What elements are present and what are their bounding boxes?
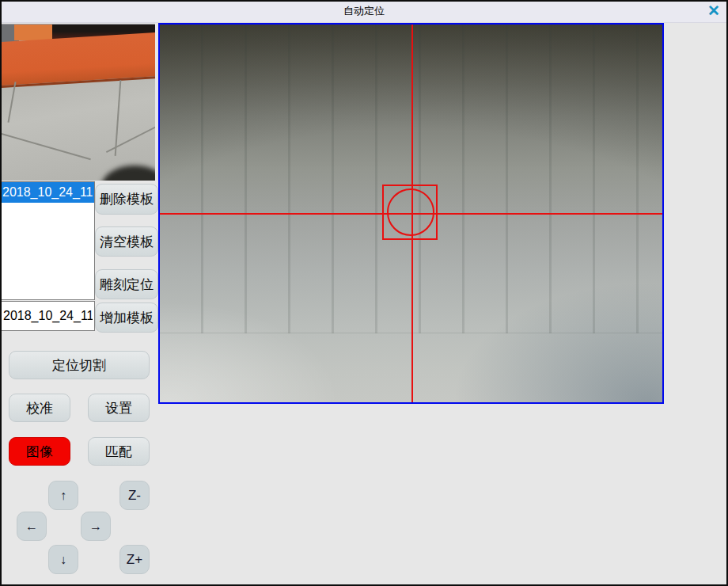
add-template-button[interactable]: 增加模板 bbox=[95, 303, 158, 333]
engrave-position-button[interactable]: 雕刻定位 bbox=[95, 269, 158, 299]
template-list[interactable]: 2018_10_24_11 bbox=[1, 181, 95, 300]
preview-orange-block bbox=[14, 25, 54, 40]
calibrate-button[interactable]: 校准 bbox=[9, 394, 70, 422]
image-button[interactable]: 图像 bbox=[9, 437, 70, 466]
template-preview-image bbox=[2, 24, 155, 181]
title-bar: 自动定位 ✕ bbox=[0, 0, 728, 23]
auto-position-window: 自动定位 ✕ 2018_10_24_11 删除模板 清空模板 雕刻定位 增加模板… bbox=[0, 0, 728, 586]
jog-down-button[interactable]: ↓ bbox=[48, 545, 78, 574]
settings-button[interactable]: 设置 bbox=[88, 394, 150, 422]
template-list-item[interactable]: 2018_10_24_11 bbox=[2, 182, 94, 203]
preview-tile-line bbox=[106, 123, 155, 153]
page-title: 自动定位 bbox=[0, 0, 728, 22]
jog-up-button[interactable]: ↑ bbox=[48, 481, 78, 510]
up-arrow-icon: ↑ bbox=[60, 489, 66, 503]
right-arrow-icon: → bbox=[89, 519, 102, 534]
target-circle-overlay bbox=[387, 188, 434, 236]
preview-tile-line bbox=[8, 82, 17, 123]
delete-template-button[interactable]: 删除模板 bbox=[95, 184, 158, 215]
jog-left-button[interactable]: ← bbox=[17, 512, 47, 541]
jog-z-minus-button[interactable]: Z- bbox=[119, 481, 150, 510]
close-icon[interactable]: ✕ bbox=[704, 2, 723, 21]
camera-viewport bbox=[158, 23, 664, 404]
preview-dark-blob bbox=[101, 166, 155, 181]
preview-tile-line bbox=[2, 131, 91, 160]
jog-right-button[interactable]: → bbox=[81, 512, 111, 541]
left-arrow-icon: ← bbox=[25, 519, 38, 534]
match-button[interactable]: 匹配 bbox=[88, 437, 150, 466]
jog-z-plus-button[interactable]: Z+ bbox=[119, 545, 150, 574]
position-cut-button[interactable]: 定位切割 bbox=[9, 351, 150, 379]
preview-orange-beam bbox=[2, 32, 155, 89]
template-name-input[interactable] bbox=[1, 301, 95, 331]
clear-templates-button[interactable]: 清空模板 bbox=[95, 226, 158, 257]
down-arrow-icon: ↓ bbox=[60, 553, 66, 567]
